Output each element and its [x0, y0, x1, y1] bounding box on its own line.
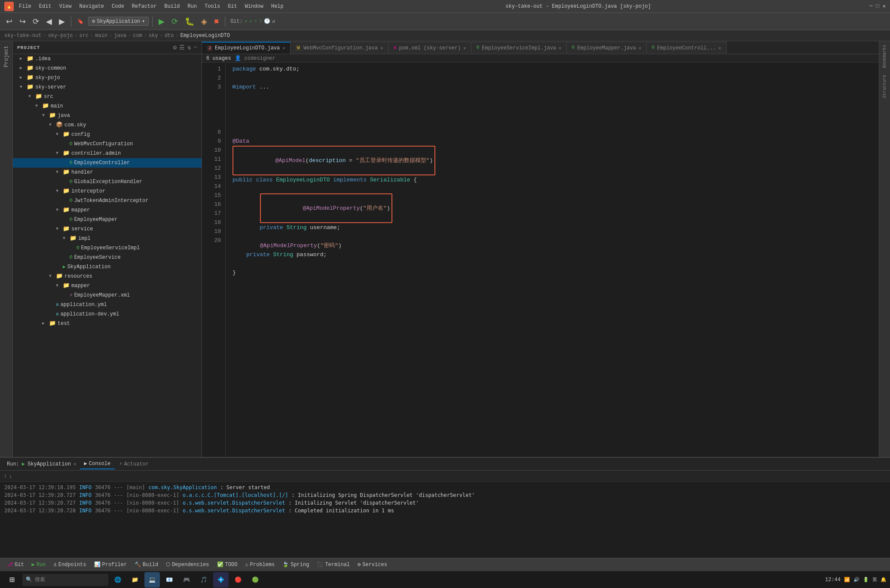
- project-selector[interactable]: ⚙ SkyApplication ▾: [88, 17, 149, 26]
- git-reset[interactable]: ↺: [272, 18, 275, 24]
- taskbar-icon-3[interactable]: 💻: [144, 572, 160, 588]
- sidebar-layout-icon[interactable]: ☰: [179, 44, 185, 51]
- tree-com-sky[interactable]: ▼📦com.sky: [13, 120, 202, 130]
- toolbar-refresh[interactable]: ⟳: [30, 15, 42, 28]
- breadcrumb-pojo[interactable]: sky-pojo: [48, 33, 73, 39]
- taskbar-icon-1[interactable]: 🌐: [110, 572, 125, 588]
- tab-actuator[interactable]: ⚡ Actuator: [115, 459, 153, 469]
- menu-file[interactable]: File: [15, 3, 35, 10]
- tab-close-employee[interactable]: ✕: [282, 46, 285, 51]
- breadcrumb-com[interactable]: com: [133, 33, 142, 39]
- tree-sky-application[interactable]: ▶▶SkyApplication: [13, 262, 202, 272]
- problems-tab[interactable]: ⚠ Problems: [242, 560, 278, 569]
- structure-label[interactable]: Structure: [881, 71, 889, 101]
- notification-icon[interactable]: 🔔: [881, 577, 887, 582]
- tree-main[interactable]: ▼📁main: [13, 101, 202, 111]
- tree-employee-mapper[interactable]: ▶©EmployeeMapper: [13, 215, 202, 224]
- tree-java[interactable]: ▼📁java: [13, 111, 202, 120]
- menu-run[interactable]: Run: [184, 3, 200, 10]
- taskbar-icon-8[interactable]: 🔴: [230, 572, 246, 588]
- tree-handler[interactable]: ▼📁handler: [13, 168, 202, 177]
- profiler-tab[interactable]: 📊 Profiler: [91, 560, 131, 569]
- toolbar-back[interactable]: ↩: [3, 15, 15, 28]
- tree-employee-service-impl[interactable]: ▶©EmployeeServiceImpl: [13, 243, 202, 253]
- tab-mapper[interactable]: © EmployeeMapper.java ✕: [567, 42, 647, 54]
- menu-window[interactable]: Window: [242, 3, 267, 10]
- toolbar-run-config[interactable]: 🔖: [75, 17, 86, 26]
- code-content[interactable]: package com.sky.dto; ⊞import ... @Data @…: [226, 63, 879, 457]
- spring-tab[interactable]: 🍃 Spring: [279, 560, 312, 569]
- tree-service[interactable]: ▼📁service: [13, 224, 202, 234]
- tree-application-yml[interactable]: ▶⚙application.yml: [13, 300, 202, 309]
- toolbar-nav-fwd[interactable]: ▶: [56, 15, 67, 28]
- tree-mapper-folder[interactable]: ▼📁mapper: [13, 281, 202, 291]
- menu-git[interactable]: Git: [224, 3, 241, 10]
- menu-view[interactable]: View: [56, 3, 75, 10]
- tree-impl[interactable]: ▼📁impl: [13, 234, 202, 243]
- git-tab[interactable]: ⎇ Git: [3, 560, 28, 569]
- git-arrow2[interactable]: ↑: [259, 18, 262, 24]
- code-editor[interactable]: 1 2 3 8 9 10 11 12 13 14 15 16 17 18 19: [202, 63, 879, 457]
- services-tab[interactable]: ⚙ Services: [354, 560, 391, 569]
- tree-sky-server[interactable]: ▼📁sky-server: [13, 83, 202, 92]
- tab-service-impl[interactable]: © EmployeeServiceImpl.java ✕: [471, 42, 567, 54]
- tree-test[interactable]: ▶📁test: [13, 319, 202, 328]
- tree-controller-admin[interactable]: ▼📁controller.admin: [13, 149, 202, 158]
- toolbar-forward[interactable]: ↪: [17, 15, 28, 28]
- console-down-btn[interactable]: ↓: [9, 473, 12, 480]
- toolbar-debug[interactable]: 🐛: [182, 15, 197, 28]
- tab-pom[interactable]: m pom.xml (sky-server) ✕: [388, 42, 471, 54]
- tree-interceptor[interactable]: ▼📁interceptor: [13, 187, 202, 196]
- tab-close-webmvc[interactable]: ✕: [380, 46, 383, 51]
- tree-idea[interactable]: ▶📁.idea: [13, 54, 202, 64]
- todo-tab[interactable]: ✅ TODO: [214, 560, 241, 569]
- tree-jwt-interceptor[interactable]: ▶©JwtTokenAdminInterceptor: [13, 196, 202, 205]
- taskbar-icon-4[interactable]: 📧: [162, 572, 177, 588]
- tab-console[interactable]: ▶ Console: [80, 459, 115, 469]
- taskbar-icon-6[interactable]: 🎵: [196, 572, 211, 588]
- toolbar-build-run[interactable]: ▶: [156, 15, 167, 28]
- breadcrumb-main[interactable]: main: [95, 33, 107, 39]
- run-close[interactable]: ✕: [73, 461, 76, 467]
- tab-employee-logindto[interactable]: J EmployeeLoginDTO.java ✕: [202, 42, 291, 54]
- sidebar-settings-icon[interactable]: ⚙: [173, 44, 177, 51]
- sidebar-collapse-icon[interactable]: −: [194, 44, 197, 51]
- tab-close-mapper[interactable]: ✕: [639, 46, 641, 51]
- git-arrow1[interactable]: ↑: [254, 18, 257, 24]
- toolbar-nav-back[interactable]: ◀: [43, 15, 55, 28]
- toolbar-stop[interactable]: ■: [211, 15, 221, 27]
- taskbar-icon-2[interactable]: 📁: [127, 572, 143, 588]
- windows-start[interactable]: ⊞: [3, 572, 21, 588]
- tree-global-exception[interactable]: ▶©GlobalExceptionHandler: [13, 177, 202, 187]
- taskbar-icon-7[interactable]: 💠: [213, 572, 229, 588]
- sidebar-sort-icon[interactable]: ⇅: [187, 44, 191, 51]
- tree-employee-controller[interactable]: ▶©EmployeeController: [13, 158, 202, 168]
- menu-edit[interactable]: Edit: [36, 3, 55, 10]
- tree-webmvc[interactable]: ▶©WebMvcConfiguration: [13, 139, 202, 149]
- tree-resources[interactable]: ▼📁resources: [13, 272, 202, 281]
- maximize-btn[interactable]: □: [876, 3, 879, 9]
- toolbar-coverage[interactable]: ◈: [199, 15, 210, 28]
- tab-controller[interactable]: © EmployeeControll... ✕: [647, 42, 727, 54]
- endpoints-tab[interactable]: ⚓ Endpoints: [50, 560, 89, 569]
- tree-src[interactable]: ▼📁src: [13, 92, 202, 101]
- run-tab-btn[interactable]: ▶ Run: [28, 560, 49, 569]
- tree-mapper[interactable]: ▼📁mapper: [13, 205, 202, 215]
- tree-employee-mapper-xml[interactable]: ▶⚡EmployeeMapper.xml: [13, 291, 202, 300]
- tree-sky-pojo[interactable]: ▶📁sky-pojo: [13, 73, 202, 83]
- minimize-btn[interactable]: —: [869, 3, 872, 9]
- menu-help[interactable]: Help: [268, 3, 287, 10]
- dependencies-tab[interactable]: ⬡ Dependencies: [162, 560, 212, 569]
- tab-webmvc[interactable]: W WebMvcConfiguration.java ✕: [291, 42, 388, 54]
- breadcrumb-sky[interactable]: sky: [149, 33, 158, 39]
- menu-navigate[interactable]: Navigate: [76, 3, 107, 10]
- breadcrumb-java[interactable]: java: [114, 33, 126, 39]
- taskbar-icon-5[interactable]: 🎮: [179, 572, 194, 588]
- tree-sky-common[interactable]: ▶📁sky-common: [13, 64, 202, 73]
- tab-close-controller[interactable]: ✕: [719, 46, 721, 51]
- project-icon[interactable]: Project: [2, 44, 11, 69]
- menu-refactor[interactable]: Refactor: [128, 3, 160, 10]
- taskbar-search[interactable]: 🔍 搜索: [22, 574, 108, 586]
- breadcrumb-dto[interactable]: dto: [165, 33, 174, 39]
- breadcrumb-src[interactable]: src: [79, 33, 89, 39]
